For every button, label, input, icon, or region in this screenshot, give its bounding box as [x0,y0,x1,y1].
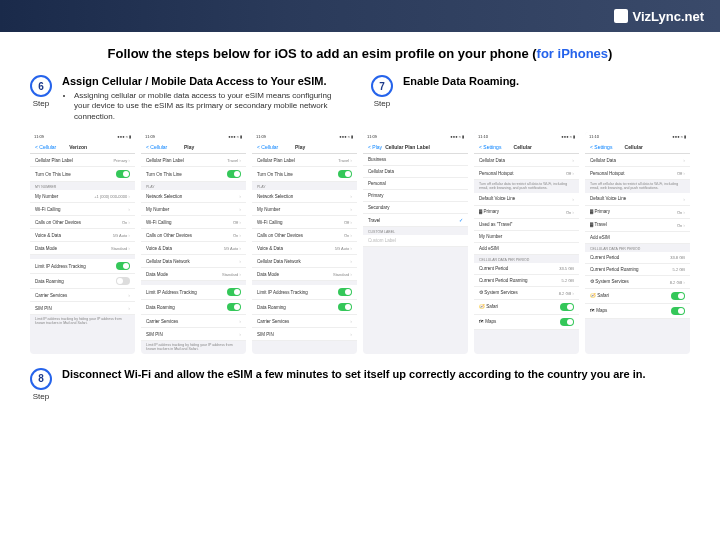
settings-row[interactable]: Cellular Data Network› [141,255,246,268]
settings-row[interactable]: Carrier Services› [141,315,246,328]
toggle-switch[interactable] [227,303,241,311]
settings-row[interactable]: Default Voice Line› [474,193,579,206]
settings-row[interactable]: ⚙ System Services8.2 GB › [585,276,690,289]
settings-row[interactable]: My Number› [252,203,357,216]
settings-row[interactable]: Turn On This Line [30,167,135,182]
toggle-switch[interactable] [671,307,685,315]
back-button[interactable]: < Settings [590,144,612,150]
settings-row[interactable]: Default Voice Line› [585,193,690,206]
toggle-switch[interactable] [338,303,352,311]
toggle-switch[interactable] [116,277,130,285]
toggle-switch[interactable] [116,262,130,270]
settings-row[interactable]: Limit IP Address Tracking [252,285,357,300]
settings-row[interactable]: Carrier Services› [252,315,357,328]
back-button[interactable]: < Cellular [146,144,167,150]
settings-row[interactable]: SIM PIN› [141,328,246,341]
settings-row[interactable]: Personal HotspotOff › [474,167,579,180]
option-row[interactable]: Travel✓ [363,214,468,227]
settings-row[interactable]: Current Period33.8 GB [585,252,690,264]
settings-row[interactable]: Personal HotspotOff › [585,167,690,180]
settings-row[interactable]: Network Selection› [252,190,357,203]
settings-row[interactable]: Wi-Fi CallingOff › [141,216,246,229]
settings-row[interactable]: 🧭 Safari [585,289,690,304]
option-row[interactable]: Personal [363,178,468,190]
settings-row[interactable]: Data Roaming [141,300,246,315]
settings-row[interactable]: Cellular Plan LabelPrimary › [30,154,135,167]
toggle-switch[interactable] [671,292,685,300]
settings-row[interactable]: Limit IP Address Tracking [30,259,135,274]
settings-row[interactable]: Data ModeStandard › [252,268,357,281]
settings-row[interactable]: ▓ PrimaryOn › [474,206,579,219]
phone-screenshot: 11:09●●● ≈ ▮< CellularVerizonCellular Pl… [30,132,135,353]
option-row[interactable]: Cellular Data [363,166,468,178]
top-banner: VizLync.net [0,0,720,32]
settings-row[interactable]: Data ModeStandard › [30,242,135,255]
settings-row[interactable]: My Number+1 (000) 000-0000 › [30,190,135,203]
step8-title: Disconnect Wi-Fi and allow the eSIM a fe… [62,368,646,380]
settings-row[interactable]: Voice & Data5G Auto › [252,242,357,255]
settings-row[interactable]: 🧭 Safari [474,300,579,315]
toggle-switch[interactable] [338,170,352,178]
settings-row[interactable]: Voice & Data5G Auto › [30,229,135,242]
settings-row[interactable]: Wi-Fi Calling› [30,203,135,216]
back-button[interactable]: < Cellular [35,144,56,150]
settings-row[interactable]: Network Selection› [141,190,246,203]
settings-row[interactable]: Wi-Fi CallingOff › [252,216,357,229]
option-row[interactable]: Business [363,154,468,166]
settings-row[interactable]: Turn On This Line [141,167,246,182]
settings-row[interactable]: Add eSIM [585,232,690,244]
settings-row[interactable]: My Number [474,231,579,243]
toggle-switch[interactable] [338,288,352,296]
settings-row[interactable]: Carrier Services› [30,289,135,302]
step-label: Step [30,99,52,108]
settings-row[interactable]: Turn On This Line [252,167,357,182]
settings-row[interactable]: SIM PIN› [30,302,135,315]
settings-row[interactable]: 🗺 Maps [585,304,690,319]
back-button[interactable]: < Cellular [257,144,278,150]
settings-row[interactable]: Current Period Roaming5.2 GB [585,264,690,276]
back-button[interactable]: < Play [368,144,382,150]
phone-screenshot: 11:10●●● ≈ ▮< SettingsCellularCellular D… [585,132,690,353]
settings-row[interactable]: Calls on Other DevicesOn › [141,229,246,242]
toggle-switch[interactable] [116,170,130,178]
settings-row[interactable]: Cellular Data Network› [252,255,357,268]
toggle-switch[interactable] [227,288,241,296]
option-row[interactable]: Primary [363,190,468,202]
title-link[interactable]: for iPhones [537,46,609,61]
settings-row[interactable]: Data ModeStandard › [141,268,246,281]
settings-row[interactable]: Data Roaming [30,274,135,289]
settings-row[interactable]: Current Period Roaming5.2 GB [474,275,579,287]
step6-desc: Assigning cellular or mobile data access… [62,91,349,122]
settings-row[interactable]: My Number› [141,203,246,216]
settings-row[interactable]: Cellular Plan LabelTravel › [141,154,246,167]
title-end: ) [608,46,612,61]
phone-screenshot: 11:09●●● ≈ ▮< CellularPlayCellular Plan … [141,132,246,353]
settings-row[interactable]: Data Roaming [252,300,357,315]
settings-row[interactable]: Add eSIM [474,243,579,255]
toggle-switch[interactable] [560,303,574,311]
settings-row[interactable]: Cellular Data› [474,154,579,167]
content-area: Follow the steps below for iOS to add an… [0,32,720,411]
option-row[interactable]: Secondary [363,202,468,214]
settings-row[interactable]: Cellular Plan LabelTravel › [252,154,357,167]
settings-row[interactable]: Cellular Data› [585,154,690,167]
settings-row[interactable]: ▓ PrimaryOn › [585,206,690,219]
toggle-switch[interactable] [560,318,574,326]
settings-row[interactable]: Calls on Other DevicesOn › [30,216,135,229]
settings-row[interactable]: SIM PIN› [252,328,357,341]
settings-row[interactable]: Limit IP Address Tracking [141,285,246,300]
settings-row[interactable]: 🗺 Maps [474,315,579,330]
settings-row[interactable]: ▓ TravelOn › [585,219,690,232]
steps-row: 6 Step Assign Cellular / Mobile Data Acc… [30,75,690,122]
step-badge-8: 8 [30,368,52,390]
step-badge-7: 7 [371,75,393,97]
step-label: Step [30,392,52,401]
settings-row[interactable]: Current Period33.5 GB [474,263,579,275]
settings-row[interactable]: ⚙ System Services8.2 GB › [474,287,579,300]
settings-row[interactable]: Used as "Travel" [474,219,579,231]
settings-row[interactable]: Voice & Data5G Auto › [141,242,246,255]
settings-row[interactable]: Calls on Other DevicesOn › [252,229,357,242]
title-main: Follow the steps below for iOS to add an… [108,46,537,61]
toggle-switch[interactable] [227,170,241,178]
back-button[interactable]: < Settings [479,144,501,150]
